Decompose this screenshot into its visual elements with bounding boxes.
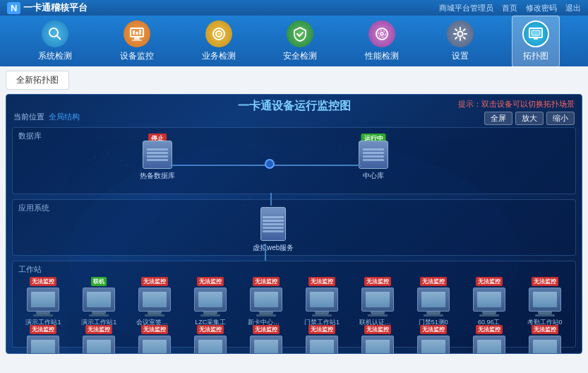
ws-card-r2-1[interactable]: 无法监控 门禁考勤工作 — [73, 325, 126, 354]
workstation-row-1: 无法监控 演示工作站1 联机 演示工作站1 无法监控 — [17, 277, 571, 327]
svg-rect-6 — [136, 32, 138, 35]
ws-body-r2-0 — [27, 336, 59, 354]
ws-badge-r2-0: 无法监控 — [30, 325, 56, 334]
ws-card-2[interactable]: 无法监控 会议室签到工作 — [128, 277, 181, 327]
ws-badge-r2-2: 无法监控 — [141, 325, 168, 334]
ws-card-5[interactable]: 无法监控 门禁工作站1 — [296, 277, 349, 327]
nav-perf-label: 性能检测 — [365, 50, 399, 62]
svg-point-13 — [380, 32, 383, 35]
nav-security-detect[interactable]: 安全检测 — [273, 16, 327, 66]
diagram-hint: 提示：双击设备可以切换拓扑场景 — [458, 99, 575, 109]
ws-card-1[interactable]: 联机 演示工作站1 — [73, 277, 126, 327]
header: N 一卡通稽核平台 商城平台管理员 首页 修改密码 退出 — [0, 0, 588, 16]
nav-business-label: 业务检测 — [202, 50, 236, 62]
workstation-label: 工作站 — [18, 264, 42, 275]
ws-body-r2-3 — [194, 336, 227, 354]
nav-perf-detect[interactable]: 性能检测 — [355, 16, 409, 66]
nav-device-monitor[interactable]: 设备监控 — [110, 16, 164, 66]
nav-system-detect[interactable]: 系统检测 — [28, 16, 82, 66]
svg-rect-4 — [132, 40, 142, 41]
ws-card-3[interactable]: 无法监控 LZC采集工 — [184, 277, 237, 327]
logo-icon: N — [7, 2, 20, 14]
ws-card-0[interactable]: 无法监控 演示工作站1 — [17, 277, 70, 327]
ws-body-6 — [361, 288, 394, 312]
ws-body-r2-6 — [361, 336, 394, 354]
ws-body-8 — [473, 288, 505, 312]
ws-card-r2-3[interactable]: 无法监控 测试工作站 — [184, 325, 237, 354]
ws-badge-r2-4: 无法监控 — [253, 325, 280, 334]
zoom-out-button[interactable]: 缩小 — [546, 112, 575, 125]
ws-card-r2-5[interactable]: 无法监控 前网关工作站 — [296, 325, 349, 354]
ws-card-9[interactable]: 无法监控 考勤工作站0 — [518, 277, 571, 327]
perf-detect-icon — [368, 20, 395, 47]
fullscreen-button[interactable]: 全屏 — [484, 112, 512, 125]
ws-card-r2-4[interactable]: 无法监控 吴亚南测试门 — [240, 325, 293, 354]
nav-change-pwd[interactable]: 修改密码 — [526, 3, 557, 13]
ws-card-r2-0[interactable]: 无法监控 192.16 — [17, 325, 70, 354]
ws-body-5 — [306, 288, 338, 312]
nav-device-label: 设备监控 — [120, 50, 154, 62]
ws-badge-4: 无法监控 — [253, 277, 280, 286]
main-navbar: 系统检测 设备监控 业务检测 安全检测 性能检测 设置 拓扑图 — [0, 16, 588, 66]
ws-body-r2-8 — [473, 336, 505, 354]
ws-badge-5: 无法监控 — [308, 277, 335, 286]
ws-body-2 — [138, 288, 171, 312]
zoom-in-button[interactable]: 放大 — [515, 112, 544, 125]
ws-body-r2-1 — [83, 336, 115, 354]
server-app1-label: 虚拟web服务 — [253, 243, 294, 253]
db-app-vline — [270, 193, 272, 206]
nav-topo[interactable]: 拓扑图 — [512, 16, 560, 67]
nav-home[interactable]: 首页 — [502, 3, 517, 13]
breadcrumb: 当前位置 全局结构 — [13, 112, 80, 122]
app-title: 一卡通稽核平台 — [23, 1, 439, 14]
ws-card-r2-2[interactable]: 无法监控 云端理工测试 — [128, 325, 181, 354]
ws-card-7[interactable]: 无法监控 门禁51测0 — [407, 277, 460, 327]
nav-topo-label: 拓扑图 — [523, 50, 548, 62]
ws-card-4[interactable]: 无法监控 新卡中心工作 — [240, 277, 293, 327]
nav-user[interactable]: 商城平台管理员 — [439, 3, 493, 13]
ws-body-r2-4 — [250, 336, 282, 354]
svg-point-10 — [218, 33, 220, 35]
ws-body-0 — [27, 288, 59, 312]
ws-card-r2-6[interactable]: 无法监控 A302 T — [351, 325, 404, 354]
nav-settings-label: 设置 — [452, 50, 469, 62]
ws-body-4 — [250, 288, 282, 312]
tab-new-topo[interactable]: 全新拓扑图 — [9, 73, 66, 88]
ws-badge-8: 无法监控 — [476, 277, 503, 286]
ws-card-r2-8[interactable]: 无法监控 测试工作站0 — [462, 325, 515, 354]
server-db1[interactable]: 停止 热备数据库 — [140, 141, 175, 181]
svg-rect-17 — [534, 38, 538, 40]
database-label: 数据库 — [18, 131, 42, 141]
ws-card-r2-7[interactable]: 无法监控 ping工作站 — [407, 325, 460, 354]
nav-security-label: 安全检测 — [283, 50, 317, 62]
ws-card-r2-9[interactable]: 无法监控 A70148 — [518, 325, 571, 354]
ws-body-r2-2 — [138, 336, 171, 354]
server-app1[interactable]: 虚拟web服务 — [253, 207, 294, 253]
svg-rect-3 — [134, 37, 140, 40]
server-db2-body — [359, 141, 388, 169]
ws-badge-r2-5: 无法监控 — [308, 325, 335, 334]
app-ws-vline — [265, 244, 266, 261]
server-db2[interactable]: 运行中 中心库 — [359, 141, 388, 181]
nav-logout[interactable]: 退出 — [565, 3, 581, 13]
svg-point-0 — [49, 28, 58, 37]
db-junction-node — [265, 159, 275, 169]
server-db2-label: 中心库 — [363, 171, 384, 181]
ws-card-8[interactable]: 无法监控 60.96工 — [462, 277, 515, 327]
breadcrumb-link[interactable]: 全局结构 — [49, 112, 80, 121]
ws-body-r2-7 — [417, 336, 450, 354]
ws-badge-1: 联机 — [91, 277, 107, 286]
ws-badge-2: 无法监控 — [141, 277, 168, 286]
ws-badge-r2-9: 无法监控 — [532, 325, 558, 334]
nav-business-detect[interactable]: 业务检测 — [192, 16, 246, 66]
ws-body-r2-5 — [306, 336, 338, 354]
ws-card-6[interactable]: 无法监控 联机认证工作 — [351, 277, 404, 327]
topo-icon — [522, 20, 549, 47]
svg-point-11 — [376, 28, 388, 40]
tab-bar: 全新拓扑图 — [6, 71, 69, 90]
ws-body-9 — [529, 288, 561, 312]
ws-body-3 — [194, 288, 227, 312]
server-app1-body — [260, 207, 286, 241]
svg-line-1 — [56, 35, 61, 40]
nav-settings[interactable]: 设置 — [437, 16, 484, 66]
